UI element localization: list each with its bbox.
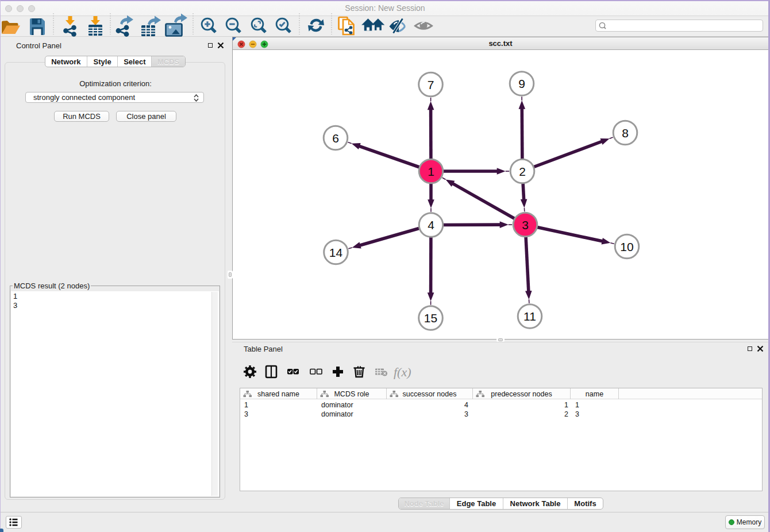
svg-text:14: 14 — [329, 246, 343, 259]
svg-text:7: 7 — [428, 78, 434, 91]
svg-text:9: 9 — [518, 77, 525, 90]
svg-text:15: 15 — [424, 311, 437, 325]
svg-text:11: 11 — [523, 310, 536, 323]
svg-text:4: 4 — [428, 218, 434, 232]
svg-text:8: 8 — [622, 126, 629, 140]
svg-text:3: 3 — [522, 218, 529, 232]
svg-text:10: 10 — [620, 240, 633, 253]
svg-text:1: 1 — [428, 165, 434, 178]
svg-text:2: 2 — [519, 165, 526, 178]
svg-text:f(x): f(x) — [394, 365, 411, 379]
svg-text:6: 6 — [332, 132, 339, 145]
